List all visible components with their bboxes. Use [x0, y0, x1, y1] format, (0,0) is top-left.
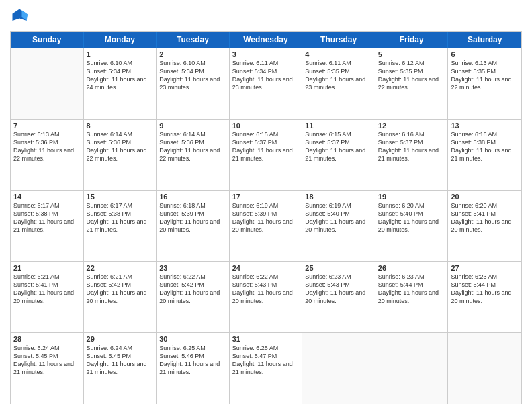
- calendar: SundayMondayTuesdayWednesdayThursdayFrid…: [10, 31, 522, 404]
- day-cell-15: 15Sunrise: 6:17 AM Sunset: 5:38 PM Dayli…: [84, 191, 157, 261]
- day-number: 1: [87, 50, 154, 58]
- day-cell-2: 2Sunrise: 6:10 AM Sunset: 5:34 PM Daylig…: [157, 48, 230, 119]
- day-number: 9: [159, 122, 226, 130]
- day-cell-29: 29Sunrise: 6:24 AM Sunset: 5:45 PM Dayli…: [84, 333, 157, 404]
- day-cell-16: 16Sunrise: 6:18 AM Sunset: 5:39 PM Dayli…: [157, 191, 230, 261]
- day-cell-7: 7Sunrise: 6:13 AM Sunset: 5:36 PM Daylig…: [11, 120, 84, 190]
- day-number: 22: [87, 264, 154, 272]
- calendar-week-4: 21Sunrise: 6:21 AM Sunset: 5:41 PM Dayli…: [11, 261, 521, 332]
- day-cell-6: 6Sunrise: 6:13 AM Sunset: 5:35 PM Daylig…: [448, 48, 521, 119]
- day-info: Sunrise: 6:16 AM Sunset: 5:37 PM Dayligh…: [378, 130, 445, 163]
- day-of-week-tuesday: Tuesday: [157, 32, 230, 48]
- day-number: 6: [451, 50, 519, 58]
- day-of-week-monday: Monday: [84, 32, 157, 48]
- empty-cell: [11, 48, 84, 119]
- day-cell-12: 12Sunrise: 6:16 AM Sunset: 5:37 PM Dayli…: [375, 120, 449, 190]
- day-number: 18: [305, 193, 372, 201]
- day-number: 3: [232, 50, 300, 58]
- day-info: Sunrise: 6:22 AM Sunset: 5:43 PM Dayligh…: [232, 273, 300, 306]
- day-info: Sunrise: 6:14 AM Sunset: 5:36 PM Dayligh…: [87, 130, 154, 163]
- day-number: 27: [451, 264, 519, 272]
- day-cell-3: 3Sunrise: 6:11 AM Sunset: 5:34 PM Daylig…: [230, 48, 303, 119]
- day-number: 12: [378, 122, 445, 130]
- day-cell-27: 27Sunrise: 6:23 AM Sunset: 5:44 PM Dayli…: [448, 262, 521, 332]
- day-number: 24: [232, 264, 300, 272]
- day-cell-30: 30Sunrise: 6:25 AM Sunset: 5:46 PM Dayli…: [157, 333, 230, 404]
- day-of-week-saturday: Saturday: [448, 32, 521, 48]
- day-number: 11: [305, 122, 372, 130]
- calendar-header: SundayMondayTuesdayWednesdayThursdayFrid…: [11, 32, 521, 48]
- day-info: Sunrise: 6:24 AM Sunset: 5:45 PM Dayligh…: [13, 344, 81, 377]
- day-number: 20: [451, 193, 519, 201]
- day-info: Sunrise: 6:25 AM Sunset: 5:46 PM Dayligh…: [159, 344, 226, 377]
- day-cell-20: 20Sunrise: 6:20 AM Sunset: 5:41 PM Dayli…: [448, 191, 521, 261]
- day-number: 23: [159, 264, 226, 272]
- calendar-week-1: 1Sunrise: 6:10 AM Sunset: 5:34 PM Daylig…: [11, 48, 521, 119]
- day-cell-4: 4Sunrise: 6:11 AM Sunset: 5:35 PM Daylig…: [302, 48, 375, 119]
- day-number: 30: [159, 335, 226, 343]
- day-cell-10: 10Sunrise: 6:15 AM Sunset: 5:37 PM Dayli…: [230, 120, 303, 190]
- day-info: Sunrise: 6:23 AM Sunset: 5:44 PM Dayligh…: [378, 273, 445, 306]
- day-info: Sunrise: 6:20 AM Sunset: 5:40 PM Dayligh…: [378, 201, 445, 234]
- day-info: Sunrise: 6:11 AM Sunset: 5:35 PM Dayligh…: [305, 59, 372, 92]
- day-number: 19: [378, 193, 445, 201]
- day-cell-5: 5Sunrise: 6:12 AM Sunset: 5:35 PM Daylig…: [375, 48, 449, 119]
- empty-cell: [302, 333, 375, 404]
- day-info: Sunrise: 6:14 AM Sunset: 5:36 PM Dayligh…: [159, 130, 226, 163]
- day-info: Sunrise: 6:23 AM Sunset: 5:44 PM Dayligh…: [451, 273, 519, 306]
- day-number: 7: [13, 122, 81, 130]
- day-info: Sunrise: 6:13 AM Sunset: 5:35 PM Dayligh…: [451, 59, 519, 92]
- day-number: 21: [13, 264, 81, 272]
- day-number: 14: [13, 193, 81, 201]
- day-cell-13: 13Sunrise: 6:16 AM Sunset: 5:38 PM Dayli…: [448, 120, 521, 190]
- calendar-body: 1Sunrise: 6:10 AM Sunset: 5:34 PM Daylig…: [11, 48, 521, 404]
- day-cell-22: 22Sunrise: 6:21 AM Sunset: 5:42 PM Dayli…: [84, 262, 157, 332]
- day-info: Sunrise: 6:15 AM Sunset: 5:37 PM Dayligh…: [305, 130, 372, 163]
- day-cell-1: 1Sunrise: 6:10 AM Sunset: 5:34 PM Daylig…: [84, 48, 157, 119]
- day-info: Sunrise: 6:16 AM Sunset: 5:38 PM Dayligh…: [451, 130, 519, 163]
- day-info: Sunrise: 6:19 AM Sunset: 5:40 PM Dayligh…: [305, 201, 372, 234]
- day-number: 16: [159, 193, 226, 201]
- day-cell-21: 21Sunrise: 6:21 AM Sunset: 5:41 PM Dayli…: [11, 262, 84, 332]
- empty-cell: [448, 333, 521, 404]
- calendar-page: SundayMondayTuesdayWednesdayThursdayFrid…: [0, 0, 532, 411]
- day-cell-31: 31Sunrise: 6:25 AM Sunset: 5:47 PM Dayli…: [230, 333, 303, 404]
- day-info: Sunrise: 6:20 AM Sunset: 5:41 PM Dayligh…: [451, 201, 519, 234]
- day-info: Sunrise: 6:10 AM Sunset: 5:34 PM Dayligh…: [159, 59, 226, 92]
- day-number: 4: [305, 50, 372, 58]
- day-of-week-sunday: Sunday: [11, 32, 84, 48]
- day-number: 8: [87, 122, 154, 130]
- day-number: 17: [232, 193, 300, 201]
- day-number: 10: [232, 122, 300, 130]
- day-number: 26: [378, 264, 445, 272]
- day-of-week-friday: Friday: [375, 32, 449, 48]
- calendar-week-3: 14Sunrise: 6:17 AM Sunset: 5:38 PM Dayli…: [11, 190, 521, 261]
- day-cell-28: 28Sunrise: 6:24 AM Sunset: 5:45 PM Dayli…: [11, 333, 84, 404]
- day-info: Sunrise: 6:10 AM Sunset: 5:34 PM Dayligh…: [87, 59, 154, 92]
- day-info: Sunrise: 6:11 AM Sunset: 5:34 PM Dayligh…: [232, 59, 300, 92]
- day-info: Sunrise: 6:17 AM Sunset: 5:38 PM Dayligh…: [13, 201, 81, 234]
- day-cell-24: 24Sunrise: 6:22 AM Sunset: 5:43 PM Dayli…: [230, 262, 303, 332]
- day-info: Sunrise: 6:21 AM Sunset: 5:42 PM Dayligh…: [87, 273, 154, 306]
- calendar-week-5: 28Sunrise: 6:24 AM Sunset: 5:45 PM Dayli…: [11, 332, 521, 404]
- day-cell-14: 14Sunrise: 6:17 AM Sunset: 5:38 PM Dayli…: [11, 191, 84, 261]
- day-cell-19: 19Sunrise: 6:20 AM Sunset: 5:40 PM Dayli…: [375, 191, 449, 261]
- day-number: 25: [305, 264, 372, 272]
- day-info: Sunrise: 6:23 AM Sunset: 5:43 PM Dayligh…: [305, 273, 372, 306]
- day-cell-9: 9Sunrise: 6:14 AM Sunset: 5:36 PM Daylig…: [157, 120, 230, 190]
- day-number: 15: [87, 193, 154, 201]
- day-cell-25: 25Sunrise: 6:23 AM Sunset: 5:43 PM Dayli…: [302, 262, 375, 332]
- day-info: Sunrise: 6:25 AM Sunset: 5:47 PM Dayligh…: [232, 344, 300, 377]
- day-info: Sunrise: 6:22 AM Sunset: 5:42 PM Dayligh…: [159, 273, 226, 306]
- day-info: Sunrise: 6:24 AM Sunset: 5:45 PM Dayligh…: [87, 344, 154, 377]
- day-number: 29: [87, 335, 154, 343]
- day-number: 28: [13, 335, 81, 343]
- day-cell-17: 17Sunrise: 6:19 AM Sunset: 5:39 PM Dayli…: [230, 191, 303, 261]
- day-info: Sunrise: 6:12 AM Sunset: 5:35 PM Dayligh…: [378, 59, 445, 92]
- day-number: 31: [232, 335, 300, 343]
- day-info: Sunrise: 6:21 AM Sunset: 5:41 PM Dayligh…: [13, 273, 81, 306]
- calendar-week-2: 7Sunrise: 6:13 AM Sunset: 5:36 PM Daylig…: [11, 119, 521, 190]
- day-info: Sunrise: 6:17 AM Sunset: 5:38 PM Dayligh…: [87, 201, 154, 234]
- day-cell-26: 26Sunrise: 6:23 AM Sunset: 5:44 PM Dayli…: [375, 262, 449, 332]
- day-number: 5: [378, 50, 445, 58]
